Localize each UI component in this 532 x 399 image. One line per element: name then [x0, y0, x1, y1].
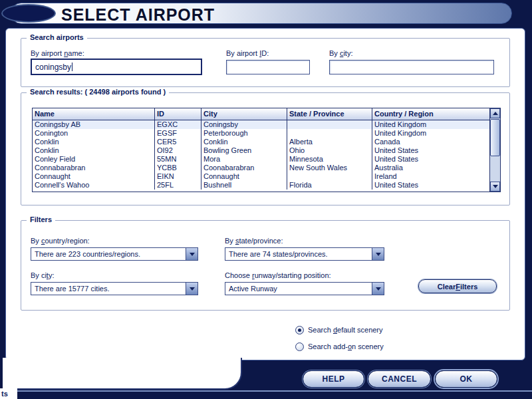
table-cell: Peterborough	[201, 129, 287, 138]
ok-button[interactable]: OK	[435, 370, 497, 388]
results-scrollbar[interactable]	[489, 108, 500, 192]
table-cell: OI92	[155, 146, 201, 155]
table-cell: Bowling Green	[201, 146, 287, 155]
table-cell: Bushnell	[201, 181, 287, 190]
search-results-group: Search results: ( 24498 airports found )…	[21, 92, 510, 205]
table-cell: Coonabarabran	[201, 164, 287, 172]
scrollbar-thumb[interactable]	[490, 119, 500, 156]
table-cell: EGXC	[155, 120, 201, 129]
state-filter-label: By state/province:	[225, 237, 283, 245]
city-filter-label: By city:	[31, 271, 54, 279]
table-cell: Canada	[372, 138, 489, 146]
airport-name-label: By airport name:	[31, 49, 84, 57]
scroll-up-icon[interactable]	[490, 108, 500, 118]
airport-id-input[interactable]	[226, 60, 310, 74]
cancel-button[interactable]: CANCEL	[368, 370, 431, 388]
table-cell: Conklin	[201, 138, 287, 146]
filters-legend: Filters	[27, 215, 55, 223]
search-airports-legend: Search airports	[27, 33, 87, 41]
dialog-body: Search airports By airport name: conings…	[5, 28, 525, 360]
table-cell: Connaught	[201, 172, 287, 181]
radio-selected-icon	[295, 326, 304, 334]
table-cell: YCBB	[155, 164, 201, 172]
runway-filter-select[interactable]: Active Runway	[225, 282, 384, 295]
search-addon-scenery-radio[interactable]: Search add-on scenery	[295, 342, 384, 351]
search-default-scenery-radio[interactable]: Search default scenery	[295, 325, 383, 334]
chevron-down-icon[interactable]	[186, 248, 198, 260]
table-cell: Conington	[33, 129, 155, 138]
table-cell: Connell's Wahoo	[33, 181, 155, 190]
table-cell: Minnesota	[287, 155, 372, 164]
scroll-down-icon[interactable]	[490, 182, 500, 192]
search-addon-scenery-label: Search add-on scenery	[308, 342, 384, 350]
table-cell: Mora	[201, 155, 287, 164]
table-cell: Ireland	[372, 172, 489, 181]
corner-text-fragment: ts	[0, 388, 17, 399]
state-filter-select[interactable]: There are 74 states/provinces.	[225, 247, 384, 261]
search-airports-group: Search airports By airport name: conings…	[21, 38, 510, 87]
table-row[interactable]: ConklinOI92Bowling GreenOhioUnited State…	[33, 146, 489, 155]
table-cell: Ohio	[287, 146, 372, 155]
airport-id-label: By airport ID:	[226, 49, 269, 57]
country-filter-select[interactable]: There are 223 countries/regions.	[31, 247, 198, 261]
search-results-legend: Search results: ( 24498 airports found )	[27, 88, 169, 96]
table-cell: New South Wales	[287, 164, 372, 172]
table-row[interactable]: Connell's Wahoo25FLBushnellFloridaUnited…	[33, 181, 489, 190]
table-cell: Florida	[287, 181, 372, 190]
table-cell: Conklin	[33, 146, 155, 155]
results-table-header: Name ID City State / Province Country / …	[33, 108, 489, 120]
table-cell: Conley Field	[33, 155, 155, 164]
runway-filter-label: Choose runway/starting position:	[225, 271, 331, 279]
table-cell: CER5	[155, 138, 201, 146]
column-header-name[interactable]: Name	[33, 108, 155, 120]
table-row[interactable]: ConnaughtEIKNConnaughtIreland	[33, 172, 489, 181]
table-cell: Conklin	[33, 138, 155, 146]
table-row[interactable]: ConklinCER5ConklinAlbertaCanada	[33, 138, 489, 146]
search-default-scenery-label: Search default scenery	[308, 326, 383, 334]
column-header-state[interactable]: State / Province	[287, 108, 372, 120]
filters-group: Filters By country/region: There are 223…	[21, 220, 510, 311]
table-row[interactable]: ConnabarabranYCBBCoonabarabranNew South …	[33, 164, 489, 172]
table-cell: Coningsby	[201, 120, 287, 129]
chevron-down-icon[interactable]	[372, 283, 384, 295]
table-cell: Coningsby AB	[33, 120, 155, 129]
table-cell: United States	[372, 181, 489, 190]
help-button[interactable]: HELP	[303, 370, 364, 388]
table-cell: Australia	[372, 164, 489, 172]
table-row[interactable]: Conley Field55MNMoraMinnesotaUnited Stat…	[33, 155, 489, 164]
text-caret	[72, 63, 72, 71]
table-cell: EIKN	[155, 172, 201, 181]
chevron-down-icon[interactable]	[372, 248, 384, 260]
table-cell: Connaught	[33, 172, 155, 181]
clear-filters-button[interactable]: Clear Filters	[418, 279, 497, 293]
results-table-body: Coningsby ABEGXCConingsbyUnited KingdomC…	[33, 120, 489, 190]
airport-name-input[interactable]: coningsby	[31, 59, 202, 75]
chevron-down-icon[interactable]	[186, 283, 198, 295]
table-cell: Connabarabran	[33, 164, 155, 172]
city-search-input[interactable]	[329, 60, 494, 74]
results-table-columns: Name ID City State / Province Country / …	[33, 108, 489, 192]
table-cell: United Kingdom	[372, 129, 489, 138]
title-bar-ornament	[1, 4, 56, 23]
table-cell: 25FL	[155, 181, 201, 190]
column-header-country[interactable]: Country / Region	[372, 108, 489, 120]
table-cell: United States	[372, 155, 489, 164]
bottom-left-tab	[3, 358, 242, 390]
radio-unselected-icon	[295, 342, 304, 351]
column-header-city[interactable]: City	[201, 108, 287, 120]
table-cell: United Kingdom	[372, 120, 489, 129]
table-cell: 55MN	[155, 155, 201, 164]
select-airport-dialog: SELECT AIRPORT Search airports By airpor…	[0, 0, 532, 399]
table-row[interactable]: Coningsby ABEGXCConingsbyUnited Kingdom	[33, 120, 489, 129]
table-cell	[287, 120, 372, 129]
table-cell	[287, 129, 372, 138]
city-filter-select[interactable]: There are 15777 cities.	[31, 282, 198, 295]
table-cell: United States	[372, 146, 489, 155]
country-filter-label: By country/region:	[31, 237, 90, 245]
page-title: SELECT AIRPORT	[61, 5, 215, 25]
table-row[interactable]: ConingtonEGSFPeterboroughUnited Kingdom	[33, 129, 489, 138]
bottom-divider	[0, 390, 532, 392]
column-header-id[interactable]: ID	[155, 108, 201, 120]
results-table: Name ID City State / Province Country / …	[32, 108, 501, 192]
table-cell	[287, 172, 372, 181]
